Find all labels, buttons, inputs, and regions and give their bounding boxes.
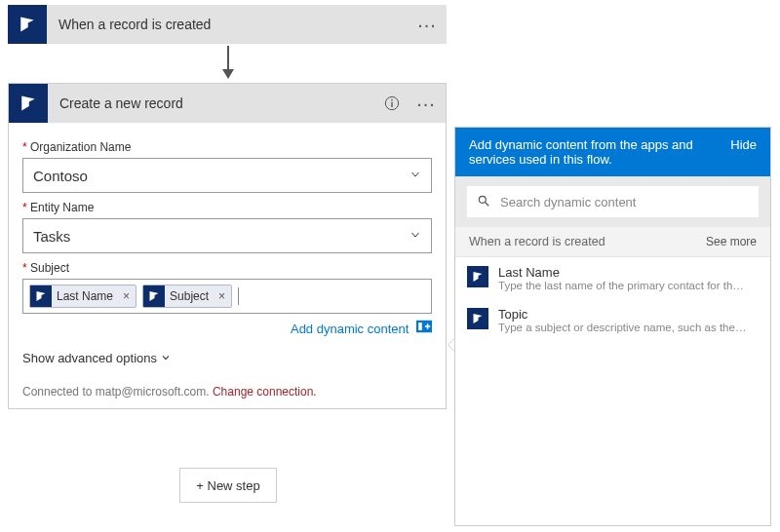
show-advanced-options[interactable]: Show advanced options	[22, 351, 432, 365]
entity-label: * Entity Name	[22, 201, 432, 214]
dynamic-search-input[interactable]	[467, 186, 759, 217]
text-cursor	[238, 287, 239, 305]
entity-value: Tasks	[33, 228, 70, 245]
action-title: Create a new record	[48, 95, 377, 111]
dynamic-item-title: Topic	[498, 307, 747, 322]
token-subject: Subject ×	[142, 285, 232, 308]
dynamics-icon	[30, 285, 52, 307]
dynamic-search-field[interactable]	[498, 194, 749, 210]
entity-select[interactable]: Tasks	[22, 218, 432, 253]
svg-marker-1	[222, 69, 234, 79]
new-step-button[interactable]: + New step	[179, 468, 277, 503]
dynamic-content-badge-icon[interactable]	[416, 320, 432, 336]
dynamic-content-panel: Add dynamic content from the apps and se…	[454, 127, 771, 526]
subject-input[interactable]: Last Name × Subject ×	[22, 279, 432, 314]
change-connection-link[interactable]: Change connection.	[213, 385, 317, 399]
trigger-title: When a record is created	[47, 17, 408, 32]
dynamic-item-last-name[interactable]: Last Name Type the last name of the prim…	[455, 257, 770, 299]
chevron-down-icon	[410, 169, 421, 183]
trigger-more-button[interactable]: ···	[408, 5, 447, 44]
org-select[interactable]: Contoso	[22, 158, 432, 193]
action-card: Create a new record ··· * Organization N…	[8, 83, 447, 409]
dynamic-panel-title: Add dynamic content from the apps and se…	[469, 137, 721, 167]
svg-point-3	[391, 99, 393, 101]
info-icon[interactable]	[377, 84, 407, 123]
dynamic-item-desc: Type a subject or descriptive name, such…	[498, 322, 747, 333]
see-more-link[interactable]: See more	[706, 235, 757, 248]
hide-link[interactable]: Hide	[730, 137, 757, 152]
trigger-card[interactable]: When a record is created ···	[8, 5, 447, 44]
dynamic-section-title: When a record is created	[469, 235, 605, 248]
dynamic-section-header: When a record is created See more	[455, 227, 770, 257]
org-value: Contoso	[33, 168, 88, 184]
dynamic-item-title: Last Name	[498, 265, 747, 280]
action-header[interactable]: Create a new record ···	[9, 84, 446, 123]
chevron-down-icon	[161, 353, 171, 364]
token-remove-icon[interactable]: ×	[117, 289, 136, 303]
add-dynamic-content-link[interactable]: Add dynamic content	[291, 322, 409, 336]
dynamics-icon	[9, 84, 48, 123]
org-label: * Organization Name	[22, 140, 432, 154]
dynamics-icon	[467, 266, 488, 287]
svg-line-8	[486, 202, 489, 206]
dynamics-icon	[8, 5, 47, 44]
chevron-down-icon	[410, 229, 421, 244]
token-remove-icon[interactable]: ×	[213, 289, 231, 303]
dynamics-icon	[467, 308, 488, 329]
connector-arrow-icon	[216, 44, 240, 83]
action-more-button[interactable]: ···	[407, 84, 446, 123]
dynamic-panel-header: Add dynamic content from the apps and se…	[455, 128, 770, 176]
svg-point-7	[479, 196, 486, 203]
token-label: Subject	[170, 289, 213, 303]
token-label: Last Name	[57, 289, 117, 303]
subject-label: * Subject	[22, 261, 432, 275]
dynamic-item-desc: Type the last name of the primary contac…	[498, 280, 747, 291]
dynamic-item-topic[interactable]: Topic Type a subject or descriptive name…	[455, 299, 770, 341]
connection-info: Connected to matp@microsoft.com. Change …	[22, 385, 432, 399]
token-last-name: Last Name ×	[29, 285, 136, 308]
dynamics-icon	[143, 285, 165, 307]
svg-rect-6	[418, 323, 422, 330]
svg-rect-4	[391, 102, 392, 107]
search-icon	[477, 194, 490, 210]
